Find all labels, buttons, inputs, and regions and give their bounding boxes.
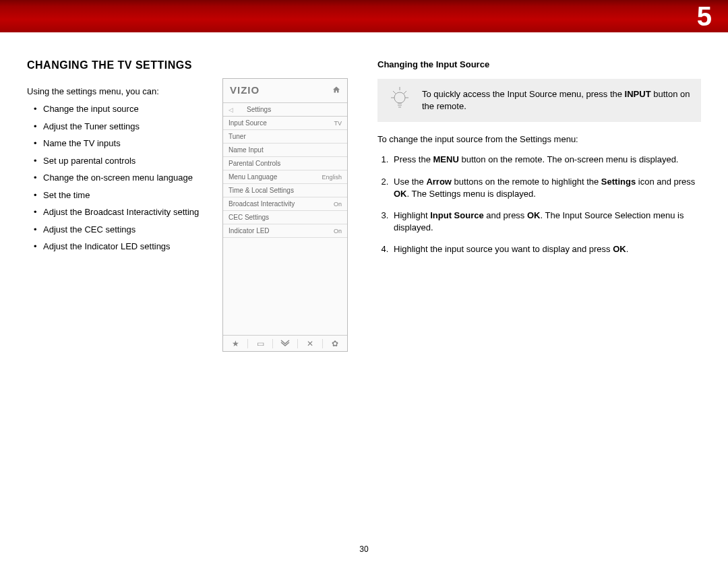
menu-row-label: Parental Controls bbox=[229, 160, 280, 167]
list-item: Set up parental controls bbox=[43, 155, 216, 167]
chevron-down-icon bbox=[273, 339, 298, 348]
gear-icon: ✿ bbox=[323, 339, 347, 348]
close-icon: ✕ bbox=[298, 339, 323, 348]
menu-row-label: CEC Settings bbox=[229, 214, 269, 221]
lead-text: To change the input source from the Sett… bbox=[377, 134, 701, 144]
tip-text-pre: To quickly access the Input Source menu,… bbox=[422, 89, 625, 99]
steps-list: Press the MENU button on the remote. The… bbox=[377, 154, 701, 255]
home-icon bbox=[332, 86, 340, 96]
menu-row-label: Input Source bbox=[229, 119, 267, 127]
step-item: Highlight Input Source and press OK. The… bbox=[391, 210, 701, 234]
star-icon: ★ bbox=[223, 339, 248, 348]
menu-row-language: Menu LanguageEnglish bbox=[223, 170, 347, 184]
menu-row-label: Tuner bbox=[229, 133, 246, 140]
step-item: Press the MENU button on the remote. The… bbox=[391, 154, 701, 166]
right-column: Changing the Input Source To quickly acc… bbox=[377, 59, 701, 266]
menu-row-value: English bbox=[322, 174, 342, 181]
breadcrumb-label: Settings bbox=[247, 106, 271, 113]
rect-icon: ▭ bbox=[248, 339, 273, 348]
back-icon: ◁ bbox=[229, 106, 233, 113]
menu-row-value: On bbox=[334, 201, 342, 208]
list-item: Name the TV inputs bbox=[43, 137, 216, 150]
menu-row-value: On bbox=[334, 228, 342, 235]
step-item: Use the Arrow buttons on the remote to h… bbox=[391, 176, 701, 200]
menu-row-label: Name Input bbox=[229, 146, 264, 154]
chapter-header-bar: 5 bbox=[0, 0, 728, 32]
step-item: Highlight the input source you want to d… bbox=[391, 243, 701, 255]
intro-text: Using the settings menu, you can: bbox=[27, 86, 216, 96]
svg-line-4 bbox=[393, 91, 396, 94]
menu-row-label: Time & Local Settings bbox=[229, 187, 294, 194]
menu-row-label: Indicator LED bbox=[229, 227, 270, 235]
breadcrumb: ◁ Settings bbox=[223, 103, 347, 117]
menu-row-label: Broadcast Interactivity bbox=[229, 200, 295, 208]
menu-row-value: TV bbox=[334, 120, 342, 127]
menu-row-input-source: Input SourceTV bbox=[223, 117, 347, 130]
list-item: Change the input source bbox=[43, 103, 216, 115]
tip-text-bold: INPUT bbox=[625, 89, 651, 99]
tv-bottom-bar: ★ ▭ ✕ ✿ bbox=[223, 335, 347, 351]
page-number: 30 bbox=[0, 544, 728, 554]
menu-row-broadcast: Broadcast InteractivityOn bbox=[223, 197, 347, 211]
list-item: Change the on-screen menu language bbox=[43, 172, 216, 184]
section-heading: CHANGING THE TV SETTINGS bbox=[27, 59, 216, 71]
list-item: Adjust the Indicator LED settings bbox=[43, 241, 216, 253]
svg-point-0 bbox=[394, 92, 405, 103]
menu-row-label: Menu Language bbox=[229, 173, 277, 181]
left-column: CHANGING THE TV SETTINGS Using the setti… bbox=[27, 59, 216, 258]
subsection-heading: Changing the Input Source bbox=[377, 59, 701, 69]
tip-callout: To quickly access the Input Source menu,… bbox=[377, 79, 701, 122]
chapter-number: 5 bbox=[697, 1, 712, 32]
menu-row-time: Time & Local Settings bbox=[223, 184, 347, 197]
lightbulb-icon bbox=[388, 86, 411, 113]
menu-row-cec: CEC Settings bbox=[223, 211, 347, 224]
list-item: Adjust the Tuner settings bbox=[43, 121, 216, 133]
menu-row-tuner: Tuner bbox=[223, 130, 347, 144]
capabilities-list: Change the input source Adjust the Tuner… bbox=[27, 103, 216, 253]
menu-row-parental: Parental Controls bbox=[223, 157, 347, 170]
list-item: Set the time bbox=[43, 189, 216, 201]
menu-row-indicator: Indicator LEDOn bbox=[223, 224, 347, 238]
list-item: Adjust the CEC settings bbox=[43, 224, 216, 236]
svg-line-5 bbox=[404, 91, 406, 94]
tv-menu-header: VIZIO bbox=[223, 79, 347, 103]
tv-menu-screenshot: VIZIO ◁ Settings Input SourceTV Tuner Na… bbox=[222, 78, 348, 352]
vizio-logo: VIZIO bbox=[230, 84, 260, 96]
list-item: Adjust the Broadcast Interactivity setti… bbox=[43, 206, 216, 218]
menu-row-name-input: Name Input bbox=[223, 144, 347, 157]
